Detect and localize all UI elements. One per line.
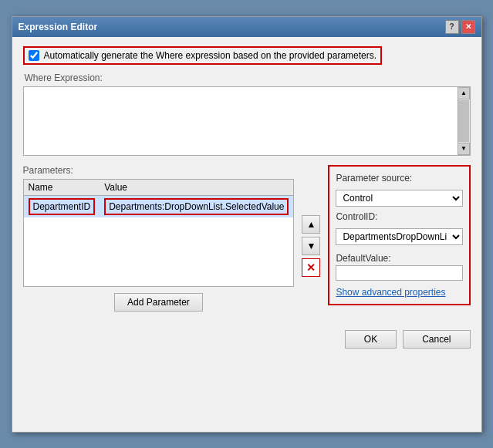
show-advanced-link[interactable]: Show advanced properties [336, 287, 462, 298]
scroll-thumb[interactable] [458, 100, 469, 142]
control-id-label: ControlID: [336, 211, 462, 222]
delete-button[interactable]: ✕ [302, 258, 320, 277]
scrollbar-vertical[interactable]: ▲ ▼ [458, 87, 470, 155]
param-value-cell: Departments:DropDownList.SelectedValue [100, 195, 293, 217]
main-area: Parameters: Name Value Depart [23, 165, 471, 312]
param-name-value: DepartmentID [29, 198, 96, 215]
bottom-row: OK Cancel [23, 324, 471, 349]
parameters-label: Parameters: [23, 165, 295, 176]
table-row[interactable]: DepartmentID Departments:DropDownList.Se… [24, 195, 294, 217]
add-parameter-button[interactable]: Add Parameter [114, 293, 203, 312]
dialog-title: Expression Editor [19, 22, 98, 32]
scroll-up-arrow[interactable]: ▲ [458, 87, 470, 99]
params-table-wrapper: Name Value DepartmentID Departments:Drop… [23, 179, 295, 287]
move-up-button[interactable]: ▲ [302, 215, 320, 234]
where-expression-wrapper: ▲ ▼ [23, 86, 471, 156]
params-table: Name Value DepartmentID Departments:Drop… [24, 180, 294, 217]
col-value-header: Value [100, 180, 293, 196]
title-bar: Expression Editor ? ✕ [12, 17, 481, 37]
title-bar-buttons: ? ✕ [445, 20, 475, 34]
auto-generate-row: Automatically generate the Where express… [23, 46, 383, 65]
scroll-down-arrow[interactable]: ▼ [458, 143, 470, 155]
move-down-button[interactable]: ▼ [302, 237, 320, 255]
dialog-body: Automatically generate the Where express… [12, 37, 481, 358]
param-source-label: Parameter source: [336, 173, 462, 184]
help-button[interactable]: ? [445, 20, 459, 34]
param-name-cell: DepartmentID [24, 195, 100, 217]
right-panel: Parameter source: Control Session QueryS… [328, 165, 470, 305]
middle-buttons: ▲ ▼ ✕ [302, 165, 320, 312]
default-value-input[interactable] [336, 265, 462, 281]
left-panel: Parameters: Name Value Depart [23, 165, 295, 312]
default-value-section: DefaultValue: [336, 253, 462, 281]
expression-editor-dialog: Expression Editor ? ✕ Automatically gene… [12, 16, 482, 433]
param-value-value: Departments:DropDownList.SelectedValue [104, 198, 289, 215]
where-expression-input[interactable] [24, 87, 458, 155]
control-id-select[interactable]: DepartmentsDropDownList [336, 228, 462, 245]
close-button[interactable]: ✕ [461, 20, 475, 34]
auto-generate-checkbox[interactable] [29, 50, 39, 61]
where-expression-label: Where Expression: [25, 72, 471, 83]
cancel-button[interactable]: Cancel [403, 330, 470, 349]
col-name-header: Name [24, 180, 100, 196]
param-source-select[interactable]: Control Session QueryString Form [336, 190, 462, 207]
ok-button[interactable]: OK [345, 330, 397, 349]
default-value-label: DefaultValue: [336, 253, 462, 264]
auto-generate-label: Automatically generate the Where express… [44, 50, 377, 61]
